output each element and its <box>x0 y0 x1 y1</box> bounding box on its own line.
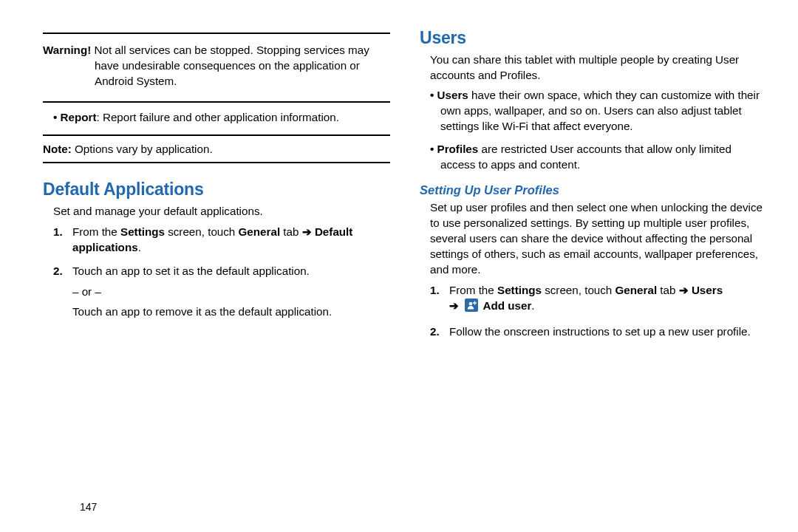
default-apps-steps: From the Settings screen, touch General … <box>43 224 390 320</box>
step1-general: General <box>615 284 658 296</box>
heading-default-applications: Default Applications <box>43 180 390 200</box>
arrow-icon: ➔ <box>302 225 312 238</box>
step1-mid: screen, touch <box>165 225 239 238</box>
step2-b: Touch an app to remove it as the default… <box>72 304 390 320</box>
step-2: Follow the onscreen instructions to set … <box>430 324 767 340</box>
report-label: Report <box>61 111 97 123</box>
user-profile-steps: From the Settings screen, touch General … <box>420 282 767 340</box>
step1-general: General <box>239 225 281 238</box>
warning-text: Not all services can be stopped. Stoppin… <box>91 44 369 87</box>
svg-rect-3 <box>473 303 477 304</box>
rule-mid <box>43 101 390 103</box>
note-block: Note: Options vary by application. <box>43 134 390 163</box>
step-2: Touch an app to set it as the default ap… <box>53 263 390 320</box>
arrow-icon: ➔ <box>679 284 689 296</box>
step1-tab: tab <box>657 284 679 296</box>
page-number: 147 <box>80 501 97 513</box>
default-apps-intro: Set and manage your default applications… <box>53 204 390 219</box>
bullet-profiles: Profiles are restricted User accounts th… <box>430 142 767 173</box>
arrow-icon: ➔ <box>449 299 459 312</box>
bullet-users: Users have their own space, which they c… <box>430 88 767 134</box>
left-column: Warning! Not all services can be stopped… <box>43 28 390 517</box>
manual-page: Warning! Not all services can be stopped… <box>0 0 798 532</box>
step2-a: Touch an app to set it as the default ap… <box>72 265 310 277</box>
heading-users: Users <box>420 28 767 48</box>
note-text: Options vary by application. <box>72 143 213 155</box>
step1-period: . <box>531 299 534 312</box>
note-label: Note: <box>43 143 72 155</box>
step1-tab: tab <box>280 225 302 238</box>
report-text: : Report failure and other application i… <box>96 111 338 123</box>
step1-users: Users <box>692 284 723 296</box>
step1-settings: Settings <box>120 225 165 238</box>
bullet1-text: have their own space, which they can cus… <box>440 89 760 132</box>
bullet2-text: are restricted User accounts that allow … <box>440 143 732 171</box>
setup-intro: Set up user profiles and then select one… <box>430 200 767 278</box>
heading-setting-up-user-profiles: Setting Up User Profiles <box>420 183 767 197</box>
step1-adduser: Add user <box>482 299 531 312</box>
warning-block: Warning! Not all services can be stopped… <box>43 38 390 97</box>
bullet2-label: Profiles <box>437 143 479 155</box>
step1-period: . <box>138 241 141 253</box>
step2-or: – or – <box>72 284 390 300</box>
svg-point-1 <box>469 302 473 306</box>
right-column: Users You can share this tablet with mul… <box>420 28 767 517</box>
step1-mid: screen, touch <box>542 284 615 296</box>
report-bullet: Report: Report failure and other applica… <box>53 110 390 126</box>
step1-pre: From the <box>72 225 120 238</box>
users-bullets: Users have their own space, which they c… <box>430 88 767 173</box>
rule-top <box>43 33 390 34</box>
users-intro: You can share this tablet with multiple … <box>430 52 767 83</box>
step1-pre: From the <box>449 284 497 296</box>
step-1: From the Settings screen, touch General … <box>53 224 390 256</box>
warning-label: Warning! <box>43 44 91 56</box>
add-user-icon <box>465 299 478 316</box>
step1-settings: Settings <box>497 284 542 296</box>
step2-text: Follow the onscreen instructions to set … <box>449 325 751 338</box>
bullet1-label: Users <box>437 89 468 101</box>
step-1: From the Settings screen, touch General … <box>430 282 767 316</box>
